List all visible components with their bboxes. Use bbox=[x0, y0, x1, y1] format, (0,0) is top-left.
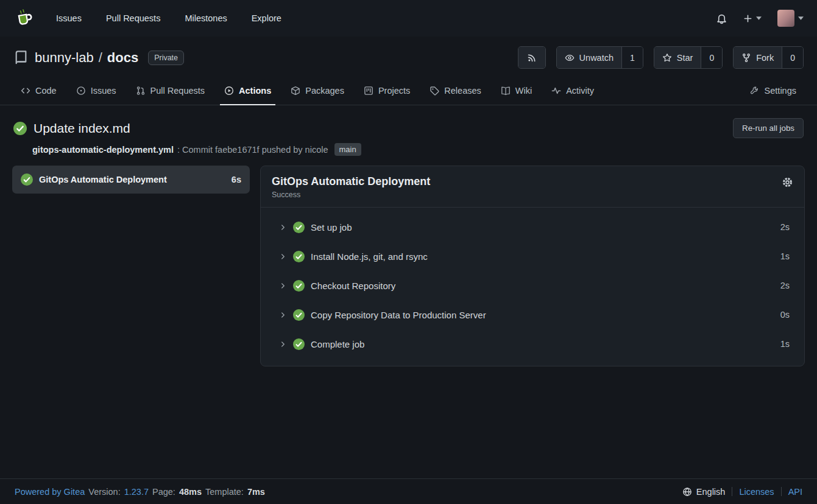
tab-label: Activity bbox=[566, 86, 594, 96]
star-button[interactable]: Star bbox=[654, 47, 701, 68]
repo-tabs: Code Issues Pull Requests Actions Packag… bbox=[0, 76, 817, 105]
tab-label: Issues bbox=[91, 86, 116, 96]
powered-by-link[interactable]: Powered by Gitea bbox=[15, 487, 85, 497]
tab-pull-requests[interactable]: Pull Requests bbox=[128, 76, 213, 105]
tab-packages[interactable]: Packages bbox=[283, 76, 352, 105]
repo-owner-link[interactable]: bunny-lab bbox=[35, 50, 94, 66]
issue-icon bbox=[76, 86, 86, 96]
globe-icon bbox=[682, 487, 692, 497]
steps-list: Set up job 2s Install Node.js, git, and … bbox=[261, 208, 804, 366]
step-row[interactable]: Checkout Repository 2s bbox=[261, 271, 804, 300]
chevron-down-icon bbox=[756, 16, 762, 20]
language-selector[interactable]: English bbox=[682, 487, 726, 497]
run-body: GitOps Automatic Deployment 6s GitOps Au… bbox=[0, 156, 817, 366]
tools-icon bbox=[750, 86, 760, 96]
chevron-right-icon bbox=[279, 282, 287, 290]
user-menu-button[interactable] bbox=[777, 10, 804, 27]
tab-code[interactable]: Code bbox=[13, 76, 65, 105]
repo-name-link[interactable]: docs bbox=[107, 50, 138, 66]
tab-label: Pull Requests bbox=[150, 86, 205, 96]
success-check-icon bbox=[13, 122, 27, 135]
tab-issues[interactable]: Issues bbox=[68, 76, 124, 105]
play-circle-icon bbox=[224, 86, 234, 96]
version-label: Version: bbox=[88, 487, 120, 497]
navbar-right bbox=[716, 10, 804, 27]
run-title: Update index.md bbox=[34, 121, 130, 136]
version-link[interactable]: 1.23.7 bbox=[124, 487, 149, 497]
tab-projects[interactable]: Projects bbox=[356, 76, 418, 105]
step-duration: 1s bbox=[780, 251, 790, 261]
rss-button[interactable] bbox=[518, 47, 545, 68]
rerun-all-jobs-button[interactable]: Re-run all jobs bbox=[733, 118, 804, 138]
step-row[interactable]: Complete job 1s bbox=[261, 329, 804, 359]
job-detail-title: GitOps Automatic Deployment bbox=[272, 175, 793, 188]
log-settings-gear-icon[interactable] bbox=[782, 177, 793, 188]
nav-item-issues[interactable]: Issues bbox=[56, 13, 82, 23]
success-check-icon bbox=[293, 222, 305, 233]
step-name: Set up job bbox=[311, 222, 352, 233]
repo-action-buttons: Unwatch 1 Star 0 Fork 0 bbox=[518, 46, 804, 69]
notifications-bell-icon[interactable] bbox=[716, 13, 727, 24]
step-name: Install Node.js, git, and rsync bbox=[311, 251, 428, 262]
success-check-icon bbox=[293, 309, 305, 321]
nav-item-pull-requests[interactable]: Pull Requests bbox=[106, 13, 160, 23]
chevron-right-icon bbox=[279, 223, 287, 231]
tab-actions[interactable]: Actions bbox=[216, 76, 279, 105]
footer: Powered by Gitea Version: 1.23.7 Page: 4… bbox=[0, 478, 817, 504]
job-detail-card: GitOps Automatic Deployment Success Set … bbox=[260, 166, 805, 366]
gitea-logo-icon[interactable] bbox=[13, 7, 35, 29]
star-button-group: Star 0 bbox=[654, 46, 723, 69]
chevron-right-icon bbox=[279, 253, 287, 261]
success-check-icon bbox=[21, 173, 33, 186]
watchers-count[interactable]: 1 bbox=[621, 47, 643, 68]
main-nav: Issues Pull Requests Milestones Explore bbox=[56, 13, 281, 23]
forks-count[interactable]: 0 bbox=[782, 47, 803, 68]
page-time-label: Page: bbox=[152, 487, 175, 497]
avatar bbox=[777, 10, 794, 27]
step-name: Checkout Repository bbox=[311, 281, 395, 291]
tab-releases[interactable]: Releases bbox=[422, 76, 489, 105]
fork-button[interactable]: Fork bbox=[734, 47, 782, 68]
gitea-actions-page: Issues Pull Requests Milestones Explore … bbox=[0, 0, 817, 504]
unwatch-button[interactable]: Unwatch bbox=[557, 47, 621, 68]
tab-wiki[interactable]: Wiki bbox=[493, 76, 540, 105]
footer-left: Powered by Gitea Version: 1.23.7 Page: 4… bbox=[15, 487, 265, 497]
create-new-button[interactable] bbox=[743, 14, 762, 23]
unwatch-label: Unwatch bbox=[579, 53, 614, 63]
job-list: GitOps Automatic Deployment 6s bbox=[12, 166, 250, 194]
success-check-icon bbox=[293, 280, 305, 292]
step-row[interactable]: Set up job 2s bbox=[261, 212, 804, 242]
star-label: Star bbox=[677, 53, 693, 63]
tab-activity[interactable]: Activity bbox=[543, 76, 602, 105]
api-link[interactable]: API bbox=[788, 487, 802, 497]
branch-badge[interactable]: main bbox=[334, 143, 361, 156]
repo-header: bunny-lab / docs Private Unwatch 1 Star bbox=[0, 37, 817, 76]
nav-item-explore[interactable]: Explore bbox=[252, 13, 281, 23]
footer-right: English Licenses API bbox=[682, 487, 802, 497]
step-row[interactable]: Install Node.js, git, and rsync 1s bbox=[261, 242, 804, 271]
step-name: Copy Repository Data to Production Serve… bbox=[311, 310, 486, 320]
step-duration: 2s bbox=[780, 222, 790, 232]
workflow-file-name[interactable]: gitops-automatic-deployment.yml bbox=[32, 145, 174, 155]
tab-label: Settings bbox=[765, 86, 796, 96]
job-status-text: Success bbox=[272, 191, 793, 199]
eye-icon bbox=[565, 53, 575, 63]
licenses-link[interactable]: Licenses bbox=[739, 487, 774, 497]
step-row[interactable]: Copy Repository Data to Production Serve… bbox=[261, 300, 804, 329]
step-duration: 0s bbox=[780, 310, 790, 320]
code-icon bbox=[21, 86, 30, 96]
pulse-icon bbox=[551, 86, 561, 96]
step-name: Complete job bbox=[311, 339, 364, 349]
rss-button-group bbox=[518, 46, 546, 69]
nav-item-milestones[interactable]: Milestones bbox=[185, 13, 227, 23]
job-duration: 6s bbox=[232, 175, 241, 184]
chevron-right-icon bbox=[279, 311, 287, 319]
tab-label: Releases bbox=[444, 86, 481, 96]
job-name: GitOps Automatic Deployment bbox=[39, 175, 167, 184]
rss-icon bbox=[527, 53, 537, 63]
tab-settings[interactable]: Settings bbox=[742, 76, 804, 105]
job-list-item[interactable]: GitOps Automatic Deployment 6s bbox=[12, 166, 250, 194]
tab-label: Actions bbox=[239, 86, 271, 96]
step-duration: 1s bbox=[780, 339, 790, 349]
stars-count[interactable]: 0 bbox=[701, 47, 722, 68]
